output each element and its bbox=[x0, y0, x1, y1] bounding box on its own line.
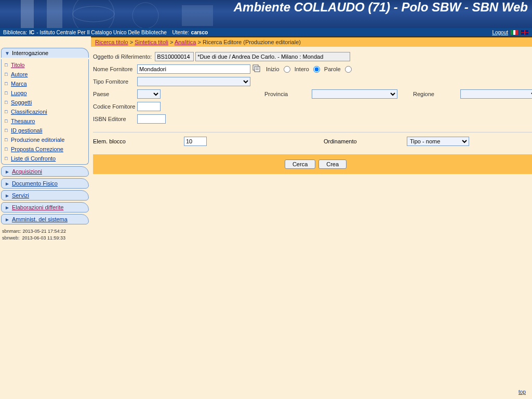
inizio-label: Inizio bbox=[266, 66, 280, 72]
svg-rect-0 bbox=[21, 0, 34, 28]
header-title: Ambiente COLLAUDO (71) - Polo SBW - SBN … bbox=[234, 0, 528, 15]
svg-rect-5 bbox=[182, 5, 213, 26]
oggetto-desc-input bbox=[195, 52, 350, 61]
main-content: Oggetto di Riferimento: Nome Fornitore I… bbox=[91, 47, 532, 243]
app-header: Ambiente COLLAUDO (71) - Polo SBW - SBN … bbox=[0, 0, 532, 28]
svg-rect-1 bbox=[47, 0, 62, 28]
regione-label: Regione bbox=[413, 91, 457, 97]
inizio-radio[interactable] bbox=[284, 66, 290, 73]
arrow-right-icon: ► bbox=[5, 205, 10, 210]
ordinamento-label: Ordinamento bbox=[324, 138, 376, 144]
intero-label: Intero bbox=[295, 66, 309, 72]
nome-input[interactable] bbox=[137, 64, 250, 74]
isbn-label: ISBN Editore bbox=[93, 116, 137, 122]
intero-radio[interactable] bbox=[313, 66, 320, 73]
sidebar-item-proposta[interactable]: Proposta Correzione bbox=[2, 144, 88, 154]
sidebar-item-thesauro[interactable]: Thesauro bbox=[2, 116, 88, 126]
info-bar: Biblioteca: IC - Istituto Centrale Per I… bbox=[0, 28, 532, 36]
crumb-sintetica[interactable]: Sintetica titoli bbox=[135, 39, 168, 45]
provincia-label: Provincia bbox=[264, 91, 309, 97]
nome-label: Nome Fornitore bbox=[93, 66, 137, 72]
section-amminist[interactable]: ►Amminist. del sistema bbox=[1, 214, 89, 224]
arrow-down-icon: ▼ bbox=[5, 50, 10, 56]
sidebar-item-marca[interactable]: Marca bbox=[2, 79, 88, 88]
sidebar: ▼Interrogazione Titolo Autore Marca Luog… bbox=[0, 47, 91, 243]
sidebar-item-titolo[interactable]: Titolo bbox=[2, 60, 88, 70]
svg-point-3 bbox=[73, 6, 114, 22]
tipo-select[interactable] bbox=[137, 77, 250, 86]
svg-point-2 bbox=[73, 0, 114, 28]
utente-label: Utente: bbox=[172, 30, 189, 35]
sidebar-item-soggetti[interactable]: Soggetti bbox=[2, 98, 88, 107]
biblioteca-code: IC bbox=[29, 30, 34, 35]
sidebar-item-luogo[interactable]: Luogo bbox=[2, 88, 88, 98]
action-bar: Cerca Crea bbox=[93, 154, 532, 174]
codice-label: Codice Fornitore bbox=[93, 103, 137, 110]
sidebar-item-classificazioni[interactable]: Classificazioni bbox=[2, 107, 88, 116]
section-documento[interactable]: ►Documento Fisico bbox=[1, 178, 89, 189]
sidebar-item-autore[interactable]: Autore bbox=[2, 70, 88, 79]
crea-button[interactable]: Crea bbox=[318, 159, 347, 169]
codice-input[interactable] bbox=[137, 102, 161, 111]
arrow-right-icon: ► bbox=[5, 169, 10, 175]
cerca-button[interactable]: Cerca bbox=[285, 159, 315, 169]
isbn-input[interactable] bbox=[137, 114, 166, 124]
provincia-select[interactable] bbox=[312, 89, 397, 99]
tipo-label: Tipo Fornitore bbox=[93, 78, 137, 85]
top-link[interactable]: top bbox=[518, 389, 526, 395]
section-acquisizioni[interactable]: ►Acquisizioni bbox=[1, 166, 89, 177]
section-interrogazione[interactable]: ▼Interrogazione bbox=[1, 48, 89, 58]
flag-en-icon[interactable] bbox=[521, 30, 529, 35]
crumb-ricerca-titolo[interactable]: Ricerca titolo bbox=[95, 39, 128, 45]
biblioteca-name: - Istituto Centrale Per Il Catalogo Unic… bbox=[36, 30, 167, 35]
arrow-right-icon: ► bbox=[5, 181, 10, 187]
arrow-right-icon: ► bbox=[5, 217, 10, 222]
header-decoration bbox=[0, 0, 234, 28]
section-elaborazioni[interactable]: ►Elaborazioni differite bbox=[1, 202, 89, 212]
arrow-right-icon: ► bbox=[5, 193, 10, 198]
biblioteca-label: Biblioteca: bbox=[3, 30, 27, 35]
utente-value: carsco bbox=[191, 30, 208, 35]
timestamps: sbnmarc: 2013-05-21 17:54:22 sbnweb: 201… bbox=[1, 226, 89, 243]
svg-rect-7 bbox=[255, 66, 260, 72]
elem-blocco-input[interactable] bbox=[184, 137, 207, 146]
crumb-analitica[interactable]: Analitica bbox=[175, 39, 196, 45]
crumb-current: Ricerca Editore (Produzione editoriale) bbox=[203, 39, 301, 45]
paese-label: Paese bbox=[93, 91, 134, 97]
flag-it-icon[interactable] bbox=[510, 30, 518, 35]
parole-radio[interactable] bbox=[345, 66, 352, 73]
regione-select[interactable] bbox=[460, 89, 532, 99]
logout-link[interactable]: Logout bbox=[492, 30, 508, 35]
oggetto-code-input bbox=[155, 52, 194, 61]
ordinamento-select[interactable]: Tipo - nome bbox=[407, 137, 469, 146]
elem-blocco-label: Elem. blocco bbox=[93, 138, 184, 144]
list-icon[interactable] bbox=[252, 64, 261, 74]
sidebar-item-id-gestionali[interactable]: ID gestionali bbox=[2, 126, 88, 135]
match-radio-group: Inizio Intero Parole bbox=[266, 66, 352, 73]
section-servizi[interactable]: ►Servizi bbox=[1, 190, 89, 201]
parole-label: Parole bbox=[324, 66, 341, 72]
oggetto-label: Oggetto di Riferimento: bbox=[93, 54, 152, 60]
sidebar-item-produzione[interactable]: Produzione editoriale bbox=[2, 135, 88, 144]
svg-point-4 bbox=[132, 3, 158, 28]
sidebar-item-liste[interactable]: Liste di Confronto bbox=[2, 154, 88, 163]
paese-select[interactable] bbox=[137, 89, 161, 99]
menu-items: Titolo Autore Marca Luogo Soggetti Class… bbox=[1, 59, 89, 165]
breadcrumb: Ricerca titolo > Sintetica titoli > Anal… bbox=[91, 36, 532, 47]
